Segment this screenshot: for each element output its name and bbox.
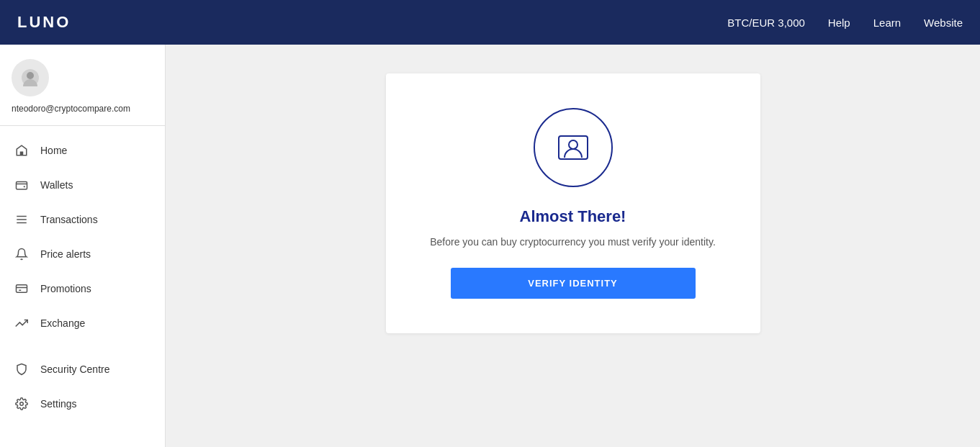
sidebar-item-exchange[interactable]: Exchange (0, 306, 165, 340)
promotions-icon (14, 281, 29, 296)
card-title: Almost There! (520, 207, 626, 226)
svg-rect-2 (20, 152, 24, 155)
sidebar-item-exchange-label: Exchange (40, 317, 85, 329)
avatar (12, 59, 49, 96)
svg-point-9 (20, 402, 24, 406)
bell-icon (14, 247, 29, 261)
svg-point-4 (24, 186, 25, 187)
svg-rect-8 (17, 285, 27, 293)
sidebar-item-transactions-label: Transactions (40, 214, 98, 225)
website-link[interactable]: Website (924, 17, 963, 29)
header-nav: BTC/EUR 3,000 Help Learn Website (727, 17, 963, 29)
sidebar-item-wallets[interactable]: Wallets (0, 168, 165, 202)
transactions-icon (14, 212, 29, 227)
sidebar-item-settings-label: Settings (40, 398, 77, 410)
exchange-icon (14, 316, 29, 330)
svg-rect-10 (559, 136, 588, 159)
header: LUNO BTC/EUR 3,000 Help Learn Website (0, 0, 980, 45)
card-icon-circle (534, 108, 613, 187)
btc-price: BTC/EUR 3,000 (727, 17, 805, 29)
sidebar: nteodoro@cryptocompare.com Home (0, 45, 166, 447)
security-icon (14, 362, 29, 376)
svg-point-11 (569, 140, 577, 149)
sidebar-profile: nteodoro@cryptocompare.com (0, 45, 165, 126)
wallet-icon (14, 178, 29, 192)
sidebar-item-home[interactable]: Home (0, 133, 165, 168)
settings-icon (14, 397, 29, 411)
card-subtitle: Before you can buy cryptocurrency you mu… (430, 236, 716, 248)
sidebar-item-settings[interactable]: Settings (0, 387, 165, 421)
sidebar-item-price-alerts[interactable]: Price alerts (0, 237, 165, 271)
home-icon (14, 143, 29, 158)
sidebar-item-home-label: Home (40, 145, 67, 156)
sidebar-item-promotions[interactable]: Promotions (0, 271, 165, 306)
body-layout: nteodoro@cryptocompare.com Home (0, 45, 980, 447)
main-content: Almost There! Before you can buy cryptoc… (166, 45, 980, 447)
verify-identity-button[interactable]: VERIFY IDENTITY (451, 268, 696, 299)
learn-link[interactable]: Learn (873, 17, 901, 29)
sidebar-nav: Home Wallets (0, 126, 165, 447)
user-email: nteodoro@cryptocompare.com (12, 104, 130, 114)
sidebar-divider (0, 340, 165, 352)
logo: LUNO (17, 13, 71, 32)
sidebar-item-security-label: Security Centre (40, 364, 109, 375)
sidebar-item-security[interactable]: Security Centre (0, 352, 165, 387)
identity-card: Almost There! Before you can buy cryptoc… (386, 73, 760, 333)
svg-rect-3 (17, 182, 27, 190)
sidebar-item-price-alerts-label: Price alerts (40, 248, 91, 260)
svg-point-1 (27, 72, 34, 79)
help-link[interactable]: Help (828, 17, 850, 29)
sidebar-item-promotions-label: Promotions (40, 283, 91, 294)
sidebar-item-transactions[interactable]: Transactions (0, 202, 165, 237)
sidebar-item-wallets-label: Wallets (40, 179, 73, 191)
